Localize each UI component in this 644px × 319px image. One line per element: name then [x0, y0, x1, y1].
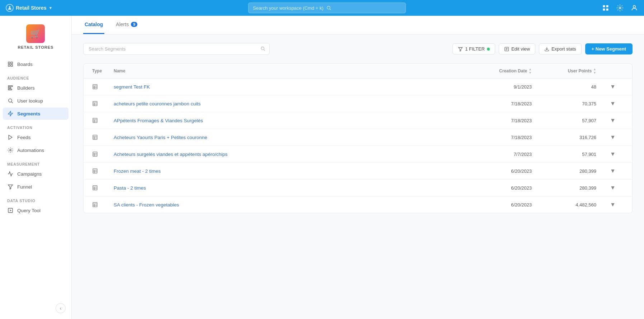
tab-catalog-label: Catalog [85, 22, 103, 27]
row-date: 9/1/2023 [466, 84, 538, 90]
col-user-points[interactable]: User Points ▲▼ [538, 67, 602, 75]
grid-view-icon[interactable] [602, 4, 610, 12]
sidebar-item-segments-label: Segments [17, 111, 41, 116]
svg-point-8 [633, 5, 636, 8]
row-action: ▼ [602, 185, 624, 191]
table-row: Acheteurs Yaourts Paris + Petites couron… [84, 129, 632, 146]
sidebar-item-automations[interactable]: Automations [3, 144, 68, 156]
toolbar: 1 FILTER Edit view Export stats + New Se… [83, 43, 633, 55]
row-name[interactable]: SA clients - Frozen vegetables [114, 202, 466, 208]
svg-marker-19 [9, 135, 12, 139]
row-expand-button[interactable]: ▼ [610, 168, 616, 174]
filter-button[interactable]: 1 FILTER [453, 43, 495, 54]
edit-view-icon [504, 47, 509, 52]
svg-point-1 [327, 6, 330, 9]
row-expand-button[interactable]: ▼ [610, 134, 616, 141]
row-name[interactable]: acheteurs petite couronnes jambon cuits [114, 101, 466, 106]
row-type-icon [92, 168, 114, 174]
svg-rect-14 [8, 87, 11, 89]
segments-icon [7, 110, 14, 117]
row-expand-button[interactable]: ▼ [610, 117, 616, 124]
sidebar-item-campaigns[interactable]: Campaigns [3, 168, 68, 180]
row-action: ▼ [602, 117, 624, 124]
svg-rect-6 [606, 9, 609, 11]
user-profile-icon[interactable] [630, 4, 638, 12]
export-button[interactable]: Export stats [539, 43, 582, 54]
row-name[interactable]: Acheteurs Yaourts Paris + Petites couron… [114, 135, 466, 140]
svg-marker-25 [459, 47, 463, 51]
table-header: Type Name Creation Date ▲▼ User Points ▲… [84, 64, 632, 78]
sidebar-item-boards[interactable]: Boards [3, 58, 68, 70]
global-search[interactable]: Search your workspace (Cmd + k) [248, 3, 406, 13]
row-expand-button[interactable]: ▼ [610, 151, 616, 157]
sidebar-item-query-tool-label: Query Tool [17, 208, 41, 213]
main-layout: 🛒 Retail Stores Boards Audience Builders [0, 16, 644, 319]
row-type-icon [92, 84, 114, 90]
feeds-icon [7, 134, 14, 141]
edit-view-button[interactable]: Edit view [499, 43, 535, 54]
col-type: Type [92, 67, 114, 75]
row-expand-button[interactable]: ▼ [610, 185, 616, 191]
svg-rect-13 [8, 86, 13, 87]
col-creation-date[interactable]: Creation Date ▲▼ [466, 67, 538, 75]
funnel-icon [7, 184, 14, 190]
sidebar-item-segments[interactable]: Segments [3, 108, 68, 120]
svg-rect-59 [93, 203, 97, 207]
svg-point-16 [9, 99, 12, 102]
search-segments-container [83, 43, 270, 55]
search-segments-icon [260, 46, 265, 52]
row-name[interactable]: Acheteurs surgelés viandes et appétents … [114, 152, 466, 157]
builders-icon [7, 85, 14, 91]
row-points: 57,901 [538, 152, 602, 157]
svg-point-7 [619, 7, 621, 9]
new-segment-button[interactable]: + New Segment [585, 43, 633, 54]
tab-catalog[interactable]: Catalog [83, 16, 104, 34]
row-date: 7/18/2023 [466, 135, 538, 140]
row-type-icon [92, 134, 114, 140]
campaigns-icon [7, 171, 14, 177]
sidebar-item-feeds-label: Feeds [17, 135, 31, 140]
search-icon [326, 5, 331, 10]
sidebar-nav: Boards Audience Builders User lookup [0, 58, 71, 217]
row-action: ▼ [602, 201, 624, 208]
tab-alerts[interactable]: Alerts 9 [114, 16, 139, 34]
sidebar-item-feeds[interactable]: Feeds [3, 131, 68, 143]
search-segments-input[interactable] [83, 43, 270, 55]
row-name[interactable]: APpétents Fromages & Viandes Surgelés [114, 118, 466, 123]
svg-marker-21 [8, 185, 13, 189]
row-points: 280,399 [538, 185, 602, 191]
row-date: 6/20/2023 [466, 185, 538, 191]
export-icon [544, 47, 549, 52]
row-expand-button[interactable]: ▼ [610, 201, 616, 208]
row-name[interactable]: Frozen meat - 2 times [114, 168, 466, 174]
sidebar-item-user-lookup[interactable]: User lookup [3, 95, 68, 107]
collapse-sidebar-button[interactable]: ‹ [56, 303, 66, 313]
row-name[interactable]: segment Test FK [114, 84, 466, 90]
logo-text: Retail Stores [18, 45, 54, 49]
svg-point-0 [9, 6, 11, 8]
sidebar-item-funnel[interactable]: Funnel [3, 181, 68, 193]
sidebar: 🛒 Retail Stores Boards Audience Builders [0, 16, 72, 319]
settings-icon[interactable] [616, 4, 624, 12]
row-expand-button[interactable]: ▼ [610, 100, 616, 107]
segments-table: Type Name Creation Date ▲▼ User Points ▲… [83, 63, 633, 213]
row-expand-button[interactable]: ▼ [610, 84, 616, 90]
workspace-selector[interactable]: Retail Stores ▼ [6, 4, 52, 12]
search-placeholder-text: Search your workspace (Cmd + k) [253, 5, 323, 11]
svg-marker-18 [8, 111, 13, 116]
table-row: Pasta - 2 times 6/20/2023 280,399 ▼ [84, 180, 632, 196]
svg-rect-12 [11, 65, 13, 66]
sidebar-bottom: ‹ [0, 297, 71, 319]
alerts-badge: 9 [131, 22, 137, 27]
sidebar-item-builders[interactable]: Builders [3, 82, 68, 94]
row-action: ▼ [602, 151, 624, 157]
row-action: ▼ [602, 100, 624, 107]
svg-rect-35 [93, 101, 97, 106]
col-name: Name [114, 67, 466, 75]
row-type-icon [92, 202, 114, 208]
filter-label: 1 FILTER [465, 46, 485, 52]
sidebar-item-query-tool[interactable]: Query Tool [3, 204, 68, 216]
export-label: Export stats [551, 46, 576, 52]
content-header: Catalog Alerts 9 [72, 16, 644, 34]
row-name[interactable]: Pasta - 2 times [114, 185, 466, 191]
